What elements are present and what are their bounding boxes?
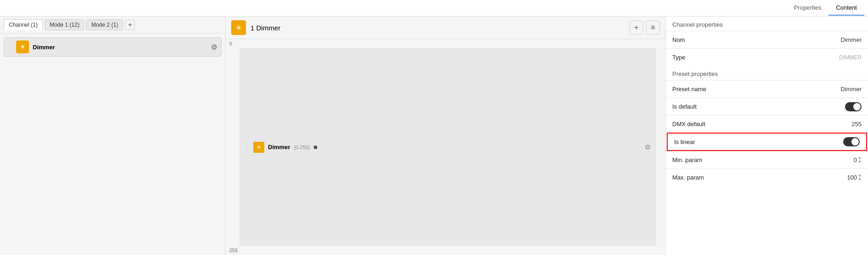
center-header-actions: + ≡ <box>629 21 660 35</box>
sun-icon: ☀ <box>20 43 26 51</box>
channel-name: Dimmer <box>33 44 207 51</box>
add-tab-button[interactable]: + <box>125 20 135 30</box>
prop-label-is-default: Is default <box>672 103 845 110</box>
preset-properties-title: Preset properties <box>666 66 868 80</box>
channel-row-gear-button[interactable]: ⚙ <box>645 143 651 151</box>
channel-row-dot <box>314 145 317 149</box>
left-panel: Channel (1) Mode 1 (12) Mode 2 (1) + ⋮ ☀… <box>0 17 226 255</box>
center-header: ☀ 1 Dimmer + ≡ <box>226 17 665 39</box>
min-param-spinner[interactable]: 0 ▲ ▼ <box>854 156 862 164</box>
axis-top-label: 0 <box>229 41 232 46</box>
prop-label-min-param: Min. param <box>672 156 854 163</box>
main-layout: Channel (1) Mode 1 (12) Mode 2 (1) + ⋮ ☀… <box>0 17 868 255</box>
prop-value-type: DIMMER <box>839 54 862 61</box>
tab-mode2[interactable]: Mode 2 (1) <box>86 19 123 30</box>
prop-row-min-param: Min. param 0 ▲ ▼ <box>666 151 868 168</box>
channel-icon: ☀ <box>16 41 29 53</box>
top-bar: Properties Content <box>0 0 868 17</box>
max-param-arrows[interactable]: ▲ ▼ <box>858 174 862 181</box>
prop-label-preset-name: Preset name <box>672 86 841 93</box>
tab-mode1[interactable]: Mode 1 (12) <box>45 19 85 30</box>
prop-value-min-param: 0 <box>854 156 857 163</box>
prop-row-preset-name: Preset name Dimmer <box>666 80 868 98</box>
channel-row: ⋮ ☀ Dimmer [0-255] ⚙ <box>245 142 651 153</box>
prop-row-is-linear: Is linear <box>667 133 867 151</box>
channel-row-sun-icon: ☀ <box>256 144 262 151</box>
top-bar-tabs: Properties Content <box>786 0 864 16</box>
channel-row-icon: ☀ <box>253 142 264 153</box>
min-param-up[interactable]: ▲ <box>858 156 862 160</box>
tab-channel[interactable]: Channel (1) <box>4 19 43 30</box>
right-panel: Channel properties Nom Dimmer Type DIMME… <box>665 17 868 255</box>
tab-properties[interactable]: Properties <box>786 0 828 16</box>
tab-content[interactable]: Content <box>828 0 864 16</box>
prop-row-is-default: Is default <box>666 98 868 115</box>
drag-handle[interactable]: ⋮ <box>8 45 12 50</box>
prop-label-nom: Nom <box>672 36 841 43</box>
min-param-arrows[interactable]: ▲ ▼ <box>858 156 862 164</box>
center-sun-icon: ☀ <box>235 23 242 32</box>
max-param-spinner[interactable]: 100 ▲ ▼ <box>847 174 862 181</box>
prop-label-dmx-default: DMX default <box>672 121 851 128</box>
axis-bottom-label: 255 <box>229 248 238 253</box>
list-button[interactable]: ≡ <box>646 21 660 35</box>
center-header-title: 1 Dimmer <box>250 24 625 32</box>
left-content: ⋮ ☀ Dimmer ⚙ <box>0 34 225 60</box>
prop-row-dmx-default: DMX default 255 <box>666 115 868 133</box>
channel-row-name: Dimmer <box>268 144 290 151</box>
prop-value-preset-name: Dimmer <box>841 86 862 93</box>
is-default-toggle[interactable] <box>845 102 862 111</box>
channel-area: ⋮ ☀ Dimmer [0-255] ⚙ <box>239 48 656 246</box>
prop-row-nom: Nom Dimmer <box>666 31 868 48</box>
add-preset-button[interactable]: + <box>629 21 643 35</box>
prop-label-is-linear: Is linear <box>674 139 843 145</box>
center-channel-icon: ☀ <box>231 20 246 35</box>
center-panel: ☀ 1 Dimmer + ≡ 0 ⋮ ☀ Dimmer [0-255] <box>226 17 665 255</box>
is-linear-toggle[interactable] <box>843 137 860 146</box>
left-tabs: Channel (1) Mode 1 (12) Mode 2 (1) + <box>0 17 225 34</box>
prop-value-max-param: 100 <box>847 174 857 181</box>
prop-value-dmx-default: 255 <box>851 121 862 128</box>
max-param-down[interactable]: ▼ <box>858 178 862 181</box>
max-param-up[interactable]: ▲ <box>858 174 862 177</box>
prop-row-type: Type DIMMER <box>666 48 868 66</box>
center-body: 0 ⋮ ☀ Dimmer [0-255] ⚙ 255 <box>226 39 665 255</box>
channel-properties-title: Channel properties <box>666 17 868 31</box>
channel-item: ⋮ ☀ Dimmer ⚙ <box>4 37 221 57</box>
prop-label-type: Type <box>672 54 839 61</box>
min-param-down[interactable]: ▼ <box>858 160 862 164</box>
prop-label-max-param: Max. param <box>672 174 847 181</box>
channel-row-range: [0-255] <box>294 145 309 150</box>
prop-row-max-param: Max. param 100 ▲ ▼ <box>666 168 868 186</box>
channel-gear-button[interactable]: ⚙ <box>211 43 217 52</box>
channel-row-drag-handle[interactable]: ⋮ <box>245 145 250 150</box>
prop-value-nom: Dimmer <box>841 36 862 43</box>
